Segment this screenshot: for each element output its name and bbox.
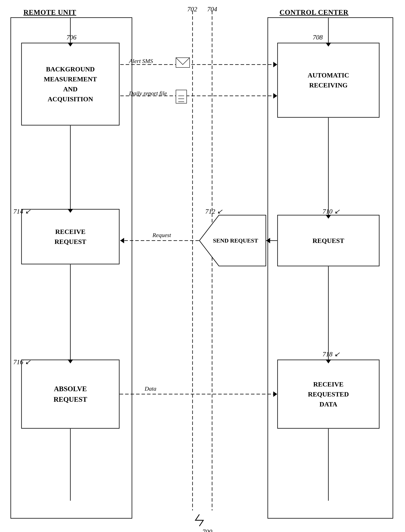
ref-704: 704 xyxy=(207,6,217,13)
svg-rect-8 xyxy=(277,215,379,266)
ref-714: 714 ↙ xyxy=(13,207,30,215)
ref-716: 716 ↙ xyxy=(13,358,30,366)
svg-marker-18 xyxy=(273,93,277,99)
remote-unit-label: REMOTE UNIT xyxy=(23,8,76,16)
ref-706: 706 xyxy=(67,34,76,41)
svg-marker-32 xyxy=(273,391,277,397)
diagram-svg xyxy=(0,0,405,532)
daily-report-label: Daily report file xyxy=(129,90,167,97)
figure-number: 700 xyxy=(202,528,212,532)
data-label: Data xyxy=(145,385,156,392)
svg-rect-10 xyxy=(277,360,379,428)
svg-rect-6 xyxy=(21,209,119,264)
ref-708: 708 xyxy=(313,34,323,41)
svg-marker-24 xyxy=(120,238,124,243)
ref-710: 710 ↙ xyxy=(323,207,340,215)
request-label: Request xyxy=(152,232,171,239)
svg-rect-35 xyxy=(176,58,189,68)
svg-marker-7 xyxy=(199,215,266,266)
alert-sms-label: Alert SMS xyxy=(129,58,153,64)
ref-702: 702 xyxy=(187,6,197,13)
svg-rect-5 xyxy=(277,43,379,117)
control-center-label: CONTROL CENTER xyxy=(279,8,349,16)
diagram-container: REMOTE UNIT CONTROL CENTER 702 704 706 7… xyxy=(0,0,405,532)
svg-rect-9 xyxy=(21,360,119,428)
svg-rect-4 xyxy=(21,43,119,125)
ref-718: 718 ↙ xyxy=(323,350,340,358)
svg-rect-36 xyxy=(176,90,187,103)
svg-marker-26 xyxy=(266,238,270,243)
svg-marker-16 xyxy=(273,62,277,67)
ref-712: 712 ↙ xyxy=(205,207,223,215)
